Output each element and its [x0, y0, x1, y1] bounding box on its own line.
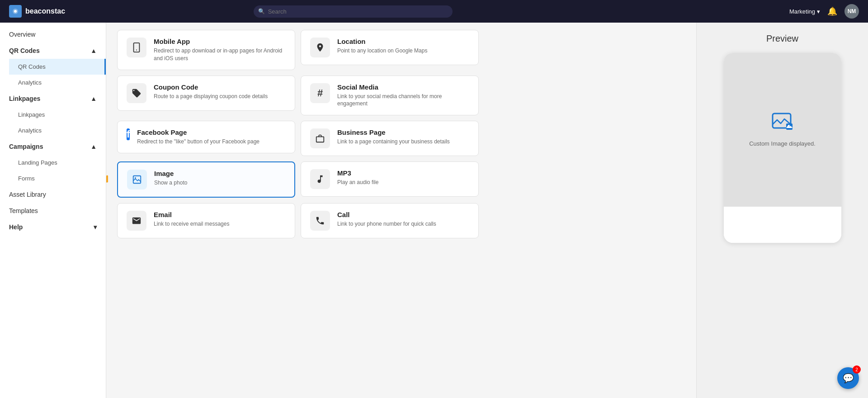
card-wrapper-email: Email Link to receive email messages	[117, 203, 295, 238]
phone-bottom	[724, 207, 841, 243]
search-bar[interactable]: 🔍	[254, 5, 453, 18]
card-text-mobile-app: Mobile App Redirect to app download or i…	[154, 38, 286, 62]
card-wrapper-location: Location Point to any location on Google…	[301, 30, 479, 70]
main-content: Mobile App Redirect to app download or i…	[106, 23, 696, 398]
avatar[interactable]: NM	[844, 4, 859, 19]
sidebar-sub-qrcodes: QR Codes Analytics	[0, 59, 106, 90]
card-icon-call	[310, 211, 330, 231]
card-title-email: Email	[154, 211, 229, 218]
card-icon-mobile-app	[127, 38, 146, 57]
card-title-business-page: Business Page	[337, 128, 450, 136]
card-text-social-media: Social Media Link to your social media c…	[337, 83, 469, 108]
logo-icon	[9, 5, 22, 18]
card-desc-image: Show a photo	[154, 179, 187, 187]
sidebar-section-linkpages[interactable]: Linkpages ▲	[0, 90, 106, 107]
chat-badge: 2	[853, 365, 861, 374]
card-icon-image	[127, 170, 147, 190]
search-icon: 🔍	[258, 8, 265, 14]
sidebar-section-campaigns[interactable]: Campaigns ▲	[0, 138, 106, 155]
card-title-mobile-app: Mobile App	[154, 38, 286, 45]
card-wrapper-social-media: # Social Media Link to your social media…	[301, 76, 479, 116]
chevron-up-icon-3: ▲	[90, 143, 97, 150]
card-title-social-media: Social Media	[337, 83, 469, 91]
sidebar-item-overview[interactable]: Overview	[0, 26, 106, 43]
card-title-call: Call	[337, 211, 436, 218]
sidebar: Overview QR Codes ▲ QR Codes Analytics L…	[0, 23, 106, 398]
sidebar-item-analytics-link[interactable]: Analytics	[9, 123, 106, 138]
card-location[interactable]: Location Point to any location on Google…	[301, 30, 479, 65]
chevron-down-icon-help: ▾	[94, 223, 97, 231]
topnav: beaconstac 🔍 Marketing ▾ 🔔 NM	[0, 0, 868, 23]
chat-bubble-button[interactable]: 💬 2	[837, 367, 859, 389]
card-call[interactable]: Call Link to your phone number for quick…	[301, 203, 479, 238]
sidebar-item-qrcodes[interactable]: QR Codes	[9, 59, 106, 75]
yellow-arrow-icon	[106, 169, 113, 190]
sidebar-item-linkpages[interactable]: Linkpages	[9, 107, 106, 123]
sidebar-section-help[interactable]: Help ▾	[0, 219, 106, 235]
svg-rect-3	[134, 43, 140, 52]
card-text-facebook-page: Facebook Page Redirect to the "like" but…	[137, 128, 259, 146]
sidebar-section-qrcodes[interactable]: QR Codes ▲	[0, 43, 106, 59]
card-text-mp3: MP3 Play an audio file	[337, 169, 378, 186]
card-wrapper-coupon-code: Coupon Code Route to a page displaying c…	[117, 76, 295, 116]
phone-caption: Custom Image displayed.	[749, 140, 816, 147]
card-desc-business-page: Link to a page containing your business …	[337, 138, 450, 146]
card-icon-business-page	[310, 128, 330, 148]
card-desc-email: Link to receive email messages	[154, 220, 229, 228]
sidebar-sub-campaigns: Landing Pages Forms	[0, 155, 106, 186]
card-title-facebook-page: Facebook Page	[137, 128, 259, 136]
card-title-coupon-code: Coupon Code	[154, 83, 268, 91]
chevron-up-icon: ▲	[90, 47, 97, 54]
card-text-call: Call Link to your phone number for quick…	[337, 211, 436, 228]
card-image[interactable]: Image Show a photo	[117, 161, 295, 198]
card-coupon-code[interactable]: Coupon Code Route to a page displaying c…	[117, 76, 295, 111]
sidebar-item-forms[interactable]: Forms	[9, 171, 106, 186]
phone-mockup: Custom Image displayed.	[724, 53, 841, 243]
card-email[interactable]: Email Link to receive email messages	[117, 203, 295, 238]
card-desc-call: Link to your phone number for quick call…	[337, 220, 436, 228]
logo: beaconstac	[9, 5, 81, 18]
nav-right: Marketing ▾ 🔔 NM	[789, 4, 859, 19]
card-facebook-page[interactable]: f Facebook Page Redirect to the "like" b…	[117, 121, 295, 153]
sidebar-item-landing-pages[interactable]: Landing Pages	[9, 155, 106, 171]
card-title-image: Image	[154, 170, 187, 177]
image-preview-icon	[772, 113, 793, 135]
phone-image-area: Custom Image displayed.	[724, 53, 841, 207]
card-wrapper-business-page: Business Page Link to a page containing …	[301, 121, 479, 156]
logo-text: beaconstac	[25, 7, 65, 15]
card-icon-email	[127, 211, 146, 231]
card-wrapper-call: Call Link to your phone number for quick…	[301, 203, 479, 238]
card-wrapper-mp3: MP3 Play an audio file	[301, 161, 479, 198]
card-wrapper-image: Image Show a photo	[117, 161, 295, 198]
card-social-media[interactable]: # Social Media Link to your social media…	[301, 76, 479, 116]
workspace-selector[interactable]: Marketing ▾	[789, 8, 820, 15]
card-icon-social-media: #	[310, 83, 330, 103]
card-icon-mp3	[310, 169, 330, 189]
main-layout: Overview QR Codes ▲ QR Codes Analytics L…	[0, 23, 868, 398]
card-desc-location: Point to any location on Google Maps	[337, 47, 427, 55]
card-wrapper-facebook-page: f Facebook Page Redirect to the "like" b…	[117, 121, 295, 156]
sidebar-item-asset-library[interactable]: Asset Library	[0, 186, 106, 203]
card-business-page[interactable]: Business Page Link to a page containing …	[301, 121, 479, 156]
sidebar-item-templates[interactable]: Templates	[0, 203, 106, 219]
svg-point-4	[136, 49, 137, 50]
chevron-down-icon: ▾	[817, 8, 820, 15]
search-input[interactable]	[254, 5, 453, 18]
svg-point-9	[788, 125, 790, 127]
svg-point-2	[14, 10, 17, 13]
card-desc-social-media: Link to your social media channels for m…	[337, 93, 469, 108]
card-title-mp3: MP3	[337, 169, 378, 177]
card-desc-mp3: Play an audio file	[337, 179, 378, 186]
card-mobile-app[interactable]: Mobile App Redirect to app download or i…	[117, 30, 295, 70]
card-text-image: Image Show a photo	[154, 170, 187, 187]
card-mp3[interactable]: MP3 Play an audio file	[301, 161, 479, 197]
card-desc-coupon-code: Route to a page displaying coupon code d…	[154, 93, 268, 100]
chat-icon: 💬	[843, 373, 854, 384]
card-text-coupon-code: Coupon Code Route to a page displaying c…	[154, 83, 268, 100]
sidebar-sub-linkpages: Linkpages Analytics	[0, 107, 106, 138]
sidebar-item-analytics-qr[interactable]: Analytics	[9, 75, 106, 90]
card-text-email: Email Link to receive email messages	[154, 211, 229, 228]
card-icon-facebook-page: f	[127, 128, 130, 140]
notifications-bell-icon[interactable]: 🔔	[827, 6, 837, 16]
preview-title: Preview	[766, 33, 798, 44]
